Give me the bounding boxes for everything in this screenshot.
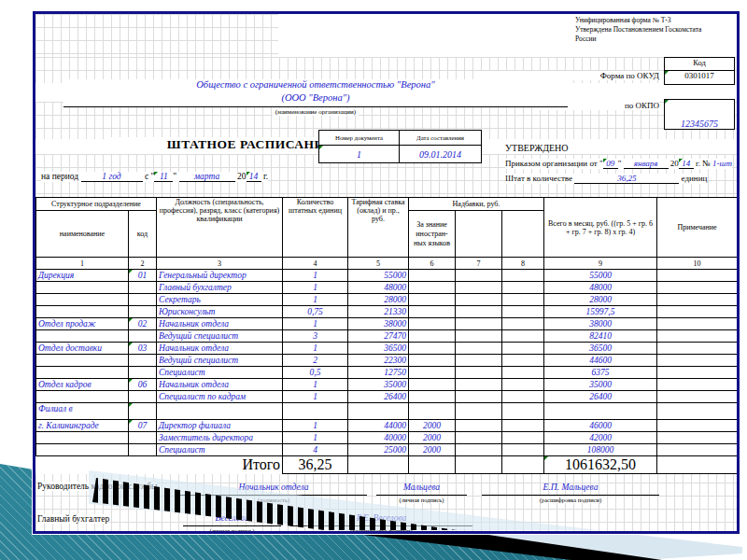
col-number: 7 <box>456 258 502 270</box>
org-name: Общество с ограниченной ответственностью… <box>63 79 568 90</box>
col-number: 5 <box>348 258 409 270</box>
col-number: 2 <box>129 258 157 270</box>
doc-number-value: 1 <box>319 146 400 163</box>
staffing-table: Структурное подразделение Должность (спе… <box>35 197 738 474</box>
table-row: Главный бухгалтер14800048000 <box>36 282 738 294</box>
cell-bonus1 <box>409 343 456 355</box>
table-row: Секретарь12800028000 <box>36 294 738 306</box>
header-count: Количество штатных единиц <box>283 198 348 258</box>
cell-total: 36500 <box>544 343 657 355</box>
cell-position: Специалист по кадрам <box>157 391 283 403</box>
cell-note <box>657 367 738 379</box>
cell-rate: 48000 <box>348 282 409 294</box>
order-close: " <box>618 159 622 168</box>
sig2-role: Главный бухгалтер <box>37 514 109 524</box>
cell-rate: 55000 <box>348 270 409 282</box>
cell-dept: Отдел кадров <box>36 379 129 391</box>
cell-code <box>129 294 157 306</box>
cell-count: 3 <box>283 330 348 343</box>
cell-bonus2 <box>456 270 502 282</box>
cell-dept <box>36 294 129 306</box>
header-structural-unit: Структурное подразделение <box>36 198 157 211</box>
cell-bonus2 <box>456 391 502 403</box>
cell-total: 82410 <box>544 330 657 343</box>
cell-count: 1 <box>283 391 348 403</box>
period-label: на период <box>41 172 78 181</box>
slide: Унифицированная форма № Т-3 Утверждена П… <box>0 0 747 560</box>
header-note: Примечание <box>657 198 738 258</box>
cell-empty <box>129 456 157 474</box>
cell-position: Главный бухгалтер <box>157 282 283 294</box>
cell-total: 48000 <box>544 282 657 294</box>
cell-note <box>657 282 738 294</box>
staff-table-body: Дирекция01Генеральный директор1550005500… <box>36 270 738 456</box>
header-bonus-languages: За знание иностран- ных языков <box>409 211 456 258</box>
cell-count: 4 <box>283 444 348 456</box>
cell-total: 28000 <box>544 294 657 306</box>
header-total: Всего в месяц, руб. ((гр. 5 + гр. 6 + гр… <box>544 198 657 258</box>
cell-rate: 36500 <box>348 343 409 355</box>
cell-bonus3 <box>502 270 544 282</box>
cell-position: Генеральный директор <box>157 270 283 282</box>
cell-code <box>129 282 157 294</box>
okud-value-cell: 0301017 <box>664 70 735 85</box>
cell-count: 1 <box>283 318 348 330</box>
cell-rate: 35000 <box>348 379 409 391</box>
col-number: 6 <box>409 258 456 270</box>
doc-number-header: Номер документа <box>319 131 400 146</box>
cell-bonus3 <box>502 403 544 420</box>
table-row: Юрисконсульт0,752133015997,5 <box>36 306 738 318</box>
doc-number-table: Номер документа Дата составления 1 09.01… <box>318 130 482 163</box>
doc-date-header: Дата составления <box>400 131 482 146</box>
cell-code <box>129 403 157 420</box>
cell-bonus2 <box>456 330 502 343</box>
cell-total: 38000 <box>544 318 657 330</box>
cell-rate: 21330 <box>348 306 409 318</box>
cell-position: Специалист <box>157 444 283 456</box>
cell-bonus2 <box>456 355 502 367</box>
order-century: 20 <box>670 159 679 168</box>
cell-bonus2 <box>456 294 502 306</box>
cell-bonus3 <box>502 343 544 355</box>
code-header-cell: Код <box>664 57 735 71</box>
cell-total: 35000 <box>544 379 657 391</box>
cell-code: 07 <box>129 420 157 432</box>
cell-bonus3 <box>502 294 544 306</box>
cell-bonus1 <box>409 355 456 367</box>
cell-dept <box>36 282 129 294</box>
cell-bonus3 <box>502 432 544 444</box>
cell-bonus3 <box>502 330 544 343</box>
period-line: на период 1 год с "11" марта 2014 г. <box>41 172 268 182</box>
cell-note <box>657 355 738 367</box>
cell-bonus1: 2000 <box>409 444 456 456</box>
header-rate: Тарифная ставка (оклад) и пр., руб. <box>348 198 409 258</box>
total-sum: 1061632,50 <box>544 456 657 474</box>
cell-bonus1 <box>409 403 456 420</box>
period-day: 11 <box>154 172 173 182</box>
col-number: 9 <box>544 258 657 270</box>
cell-dept: Отдел доставки <box>36 343 129 355</box>
cell-position: Заместитель директора <box>157 432 283 444</box>
table-row: Ведущий специалист32747082410 <box>36 330 738 343</box>
staff-label: Штат в количестве <box>505 174 572 183</box>
cell-bonus1 <box>409 391 456 403</box>
cell-note <box>657 330 738 343</box>
doc-date-value: 09.01.2014 <box>400 146 482 163</box>
cell-rate: 12750 <box>348 367 409 379</box>
order-month: января <box>624 159 669 169</box>
period-month: марта <box>179 172 235 182</box>
cell-note <box>657 318 738 330</box>
approved-block: УТВЕРЖДЕНО <box>505 143 740 156</box>
cell-bonus3 <box>502 379 544 391</box>
cell-position: Начальник отдела <box>157 379 283 391</box>
cell-note <box>657 306 738 318</box>
col-number: 3 <box>157 258 283 270</box>
table-row: Специалист по кадрам12640026400 <box>36 391 738 403</box>
cell-rate: 27470 <box>348 330 409 343</box>
cell-note <box>657 432 738 444</box>
total-label: Итого <box>157 456 283 474</box>
cell-count <box>283 403 348 420</box>
staff-value: 36,25 <box>574 174 679 184</box>
table-row: Дирекция01Генеральный директор1550005500… <box>36 270 738 282</box>
cell-dept <box>36 355 129 367</box>
